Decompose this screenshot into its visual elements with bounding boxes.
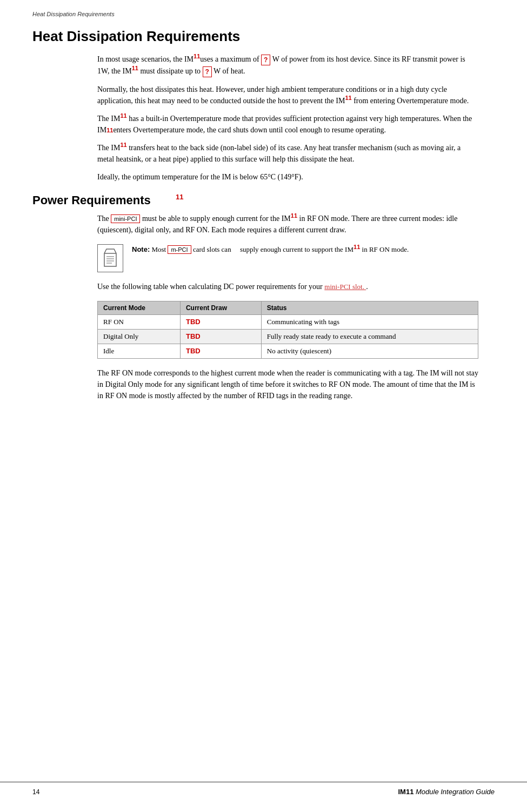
col-header-status: Status [261, 301, 478, 314]
footer-product-name: IM11 [398, 788, 413, 796]
inline-11-1: 11 [106, 127, 113, 133]
question-box-2: ? [203, 66, 212, 77]
page-footer: 14 IM11 Module Integration Guide [0, 782, 527, 801]
table-row: RF ON TBD Communicating with tags [98, 314, 478, 329]
sup-11-1: 11 [194, 53, 200, 59]
sup-11-4: 11 [120, 112, 126, 119]
m-pci-highlight: m-PCI [168, 245, 191, 254]
para-3: The IM11 has a built-in Overtemperature … [97, 113, 478, 136]
sup-11-5: 11 [120, 142, 126, 148]
note-icon [97, 244, 123, 272]
question-box-1: ? [261, 55, 270, 65]
sup-11-9 [439, 367, 441, 373]
para-1: In most usage scenarios, the IM11uses a … [97, 53, 478, 77]
status-digital: Fully ready state ready to execute a com… [261, 329, 478, 344]
sup-11-6 [231, 171, 233, 177]
power-requirements-title: Power Requirements 11 [32, 193, 495, 207]
draw-rf-on: TBD [180, 314, 261, 329]
mode-rf-on: RF ON [98, 314, 181, 329]
svg-marker-0 [104, 249, 116, 266]
heat-dissipation-content: In most usage scenarios, the IM11uses a … [97, 53, 478, 183]
page-container: Heat Dissipation Requirements Heat Dissi… [0, 0, 527, 430]
draw-idle: TBD [180, 344, 261, 358]
sup-11-7: 11 [291, 212, 297, 219]
sup-11-3: 11 [345, 95, 351, 101]
table-row: Digital Only TBD Fully ready state ready… [98, 329, 478, 344]
page-header: Heat Dissipation Requirements [32, 11, 495, 17]
heat-dissipation-title: Heat Dissipation Requirements [32, 28, 495, 45]
table-row: Idle TBD No activity (quiescent) [98, 344, 478, 358]
mini-pci-inline-1: mini-PCI [111, 214, 140, 223]
status-rf-on: Communicating with tags [261, 314, 478, 329]
sup-11-8: 11 [353, 243, 360, 250]
para-5: Ideally, the optimum temperature for the… [97, 171, 478, 183]
col-header-mode: Current Mode [98, 301, 181, 314]
table-header-row: Current Mode Current Draw Status [98, 301, 478, 314]
footer-doc-title: IM11 Module Integration Guide [398, 788, 495, 796]
pencil-svg [102, 248, 118, 269]
para-4: The IM11 transfers heat to the back side… [97, 142, 478, 165]
power-title-text: Power Requirements [32, 193, 151, 207]
mode-digital: Digital Only [98, 329, 181, 344]
col-header-draw: Current Draw [180, 301, 261, 314]
mode-idle: Idle [98, 344, 181, 358]
final-para: The RF ON mode corresponds to the highes… [97, 367, 478, 401]
status-idle: No activity (quiescent) [261, 344, 478, 358]
footer-page-number: 14 [32, 788, 39, 796]
power-para-1: The mini-PCI must be able to supply enou… [97, 213, 478, 236]
sup-11-10 [468, 378, 470, 385]
note-content: Note: Most m-PCI card slots can supply e… [132, 244, 478, 255]
note-label: Note: [132, 245, 150, 253]
table-intro: Use the following table when calculating… [97, 281, 478, 292]
header-text: Heat Dissipation Requirements [32, 11, 115, 17]
mini-pci-link[interactable]: mini-PCI slot. [324, 283, 366, 291]
sup-11-power: 11 [176, 193, 183, 201]
draw-digital: TBD [180, 329, 261, 344]
note-box: Note: Most m-PCI card slots can supply e… [97, 244, 478, 272]
sup-11-2: 11 [132, 65, 138, 71]
footer-doc-name: Module Integration Guide [413, 788, 495, 796]
power-requirements-content: The mini-PCI must be able to supply enou… [97, 213, 478, 401]
para-2: Normally, the host dissipates this heat.… [97, 84, 478, 106]
power-table: Current Mode Current Draw Status RF ON T… [97, 301, 478, 359]
